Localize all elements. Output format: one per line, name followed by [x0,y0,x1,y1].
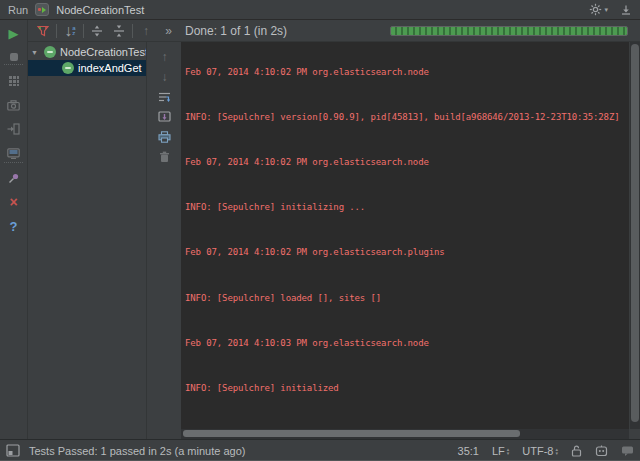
test-tree-item[interactable]: indexAndGet [28,60,146,76]
monitor-icon [7,148,20,159]
previous-occurrence-button[interactable]: ↑ [135,21,157,41]
caret-position-widget[interactable]: 35:1 [458,445,479,457]
console-log-line: Feb 07, 2014 4:10:02 PM org.elasticsearc… [185,247,628,258]
soft-wrap-button[interactable] [148,88,181,106]
sort-letter-z: z [72,31,75,36]
stop-icon [8,51,20,63]
close-icon: × [9,195,17,209]
gear-dropdown-arrow-icon: ▾ [604,6,608,14]
console-log-line: INFO: [Sepulchre] initialized [185,383,628,394]
selector-down-arrow: ▾ [507,451,510,455]
run-configuration-icon [35,3,49,16]
toolbar-separator [83,24,84,38]
config-red-dot [38,8,41,11]
test-progress-bar [390,26,628,36]
printer-icon [158,131,171,143]
detach-button[interactable] [0,119,27,139]
expand-all-icon [91,25,103,37]
collapse-all-button[interactable] [108,21,130,41]
thread-dump-button[interactable] [0,95,27,115]
config-green-arrow [42,7,46,13]
help-icon: ? [10,220,18,233]
scroll-to-end-button[interactable] [148,108,181,126]
toolwindow-settings-button[interactable]: ▾ [589,3,608,16]
expand-all-button[interactable] [86,21,108,41]
status-bar: Tests Passed: 1 passed in 2s (a minute a… [0,439,640,461]
down-arrow-icon: ↓ [162,71,168,83]
encoding-value: UTF-8 [522,445,553,457]
filter-funnel-icon [37,25,49,37]
camera-icon [7,100,20,111]
pin-icon [8,172,20,184]
lock-icon[interactable] [571,445,582,457]
console-vertical-scrollbar[interactable] [629,42,640,429]
console-horizontal-scrollbar[interactable] [181,429,629,439]
hide-toolwindow-icon[interactable] [620,4,632,16]
progress-fill [391,27,627,35]
clear-console-button[interactable] [148,148,181,166]
console-toolbar: ↑ ↓ [148,42,181,439]
console-log-line: INFO: [Sepulchre] loaded [], sites [] [185,293,628,304]
toolbar-separator [4,64,23,65]
sort-az-icon: ↓ a z [64,22,75,40]
toolbar-overflow-button[interactable]: » [157,21,179,41]
line-separator-widget[interactable]: LF ▴ ▾ [492,445,509,457]
expand-arrow-icon[interactable]: ▼ [31,49,44,56]
door-arrow-icon [7,123,20,135]
test-tree-item[interactable]: ▼ NodeCreationTest (d [28,44,146,60]
test-name-label: indexAndGet [78,62,142,74]
run-tab-label[interactable]: Run [8,4,28,16]
selector-arrows-icon: ▴ ▾ [555,447,558,455]
console-output-panel[interactable]: Feb 07, 2014 4:10:02 PM org.elasticsearc… [181,42,640,439]
encoding-widget[interactable]: UTF-8 ▴ ▾ [522,445,558,457]
sort-down-arrow: ↓ [64,22,72,40]
notification-bubble-icon[interactable] [621,445,634,457]
run-panel-left-toolbar: ▶ [0,20,28,439]
toolbar-separator [132,24,133,38]
test-tree-panel[interactable]: ▼ NodeCreationTest (d indexAndGet [28,42,147,439]
up-stacktrace-button[interactable]: ↑ [148,48,181,66]
tool-window-titlebar: Run NodeCreationTest ▾ [0,0,640,20]
hector-inspector-icon[interactable] [595,445,608,457]
soft-wrap-icon [158,91,171,103]
rerun-play-icon: ▶ [9,27,19,40]
gear-icon [589,3,602,16]
console-log-text: Feb 07, 2014 4:10:02 PM org.elasticsearc… [185,44,628,429]
collapse-all-icon [113,25,125,37]
suspend-button[interactable] [0,71,27,91]
test-passed-icon [62,62,74,74]
console-log-line: INFO: [Sepulchre] initializing ... [185,202,628,213]
test-name-label: NodeCreationTest [60,46,147,58]
test-runner-toolbar: ↓ a z ↑ » Done: 1 of 1 (in 2s) [28,20,640,42]
console-log-line: Feb 07, 2014 4:10:03 PM org.elasticsearc… [185,338,628,349]
down-stacktrace-button[interactable]: ↓ [148,68,181,86]
horizontal-scrollbar-thumb[interactable] [183,430,520,437]
console-log-line: INFO: [Sepulchre] version[0.90.9], pid[4… [185,112,628,123]
test-passed-icon [44,46,56,58]
help-button[interactable]: ? [0,216,27,236]
status-message[interactable]: Tests Passed: 1 passed in 2s (a minute a… [29,445,245,457]
trash-icon [159,151,170,163]
up-arrow-icon: ↑ [143,25,149,37]
selector-down-arrow: ▾ [555,451,558,455]
hide-passed-filter-button[interactable] [32,21,54,41]
rerun-button[interactable]: ▶ [0,23,27,43]
restore-layout-button[interactable] [0,143,27,163]
test-status-text: Done: 1 of 1 (in 2s) [185,24,287,38]
sort-alphabetically-button[interactable]: ↓ a z [59,21,81,41]
print-button[interactable] [148,128,181,146]
pin-tab-button[interactable] [0,168,27,188]
scroll-to-end-icon [158,111,171,123]
selector-arrows-icon: ▴ ▾ [507,447,510,455]
console-log-line: Feb 07, 2014 4:10:02 PM org.elasticsearc… [185,67,628,78]
line-separator-value: LF [492,445,505,457]
scrollbar-corner [629,429,640,439]
chevron-double-right-icon: » [165,25,171,37]
vertical-scrollbar-thumb[interactable] [631,44,639,422]
toolbar-separator [56,24,57,38]
toolbar-separator [4,162,23,163]
grid-icon [8,75,20,87]
console-log-line: Feb 07, 2014 4:10:02 PM org.elasticsearc… [185,157,628,168]
close-button[interactable]: × [0,192,27,212]
toolwindow-toggle-icon[interactable] [6,444,20,457]
